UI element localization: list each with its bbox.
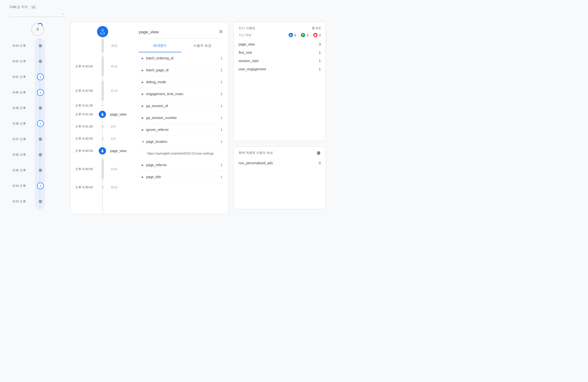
minute-row[interactable]: 9:39 오후 bbox=[13, 100, 66, 116]
parameter-row[interactable]: ▶page_title1 bbox=[139, 171, 224, 183]
minute-row[interactable]: 9:43 오후 bbox=[13, 38, 66, 53]
touch-event-icon[interactable] bbox=[99, 111, 106, 118]
history-icon bbox=[316, 151, 321, 156]
stream-segment: 오후 9:42:0051초 bbox=[71, 79, 134, 103]
minute-row[interactable]: 9:34 오후3 bbox=[13, 178, 66, 194]
parameter-name: debug_mode bbox=[146, 80, 221, 84]
parameter-count: 1 bbox=[221, 56, 223, 60]
device-dropdown[interactable] bbox=[10, 11, 66, 17]
stream-gap-bar bbox=[101, 81, 104, 101]
parameter-name: batch_ordering_id bbox=[146, 56, 221, 60]
top-event-name: user_engagement bbox=[239, 67, 266, 71]
parameter-count: 1 bbox=[221, 175, 223, 179]
minute-dot bbox=[39, 44, 42, 47]
minute-dot bbox=[39, 137, 42, 141]
minute-label: 9:41 오후 bbox=[13, 75, 36, 79]
parameter-row[interactable]: ▶batch_ordering_id1 bbox=[139, 52, 224, 64]
minute-label: 9:36 오후 bbox=[13, 153, 36, 157]
top-event-count: 1 bbox=[319, 51, 321, 54]
flag-icon bbox=[301, 33, 305, 37]
top-event-row[interactable]: page_view3 bbox=[239, 40, 321, 48]
caret-right-icon: ▶ bbox=[142, 164, 144, 166]
top-event-row[interactable]: user_engagement1 bbox=[239, 65, 321, 73]
stream-segment: 오후 9:40:0054초 bbox=[71, 157, 134, 181]
parameter-row[interactable]: ▶ga_session_number1 bbox=[139, 112, 224, 124]
caret-right-icon: ▶ bbox=[142, 105, 144, 107]
tab-parameters[interactable]: 매개변수 bbox=[139, 40, 181, 52]
stream-segment: 39초 bbox=[71, 37, 134, 54]
parameter-row[interactable]: ▶batch_page_id1 bbox=[139, 64, 224, 76]
stream-event-label[interactable]: page_view bbox=[110, 112, 126, 116]
touch-event-icon[interactable] bbox=[99, 147, 106, 155]
parameter-row[interactable]: ▶ga_session_id1 bbox=[139, 100, 224, 112]
minute-label: 9:35 오후 bbox=[13, 168, 36, 173]
chevron-down-icon bbox=[62, 13, 65, 16]
parameter-row[interactable]: ▶ignore_referrer1 bbox=[139, 124, 224, 136]
minute-row[interactable]: 9:33 오후 bbox=[13, 194, 66, 209]
stream-time: 오후 9:41:00 bbox=[75, 124, 93, 129]
stream-gap-label: 8초 bbox=[111, 124, 116, 129]
debug-devices-count: 0 bbox=[30, 5, 37, 9]
minute-row[interactable]: 9:38 오후1 bbox=[13, 116, 66, 131]
caret-right-icon: ▶ bbox=[142, 57, 144, 60]
user-property-row[interactable]: non_personalized_ads0 bbox=[239, 159, 321, 167]
caret-right-icon: ▶ bbox=[142, 116, 144, 119]
error-icon bbox=[313, 33, 317, 37]
top-events-subtitle: 지난 30분 bbox=[239, 33, 252, 37]
stream-segment: 오후 9:41:08page_view bbox=[71, 108, 134, 120]
minute-label: 9:34 오후 bbox=[13, 184, 36, 188]
stream-time: 오후 9:39:00 bbox=[75, 185, 93, 190]
stream-event-label[interactable]: page_view bbox=[110, 149, 126, 153]
event-detail-panel: page_view 매개변수 사용자 속성 ▶batch_ordering_id… bbox=[134, 22, 228, 214]
stream-time: 오후 9:42:00 bbox=[75, 89, 93, 93]
history-button[interactable] bbox=[316, 151, 321, 156]
minute-event-count: 1 bbox=[37, 89, 44, 96]
stream-time: 오후 9:43:00 bbox=[75, 64, 93, 69]
parameter-value: https://springfall.cc/article/2025-01/ma… bbox=[139, 148, 224, 159]
stream-gap-bar bbox=[101, 186, 104, 189]
parameter-count: 1 bbox=[221, 104, 223, 108]
minute-row[interactable]: 9:40 오후1 bbox=[13, 85, 66, 100]
top-event-row[interactable]: first_visit1 bbox=[239, 48, 321, 57]
minute-label: 9:42 오후 bbox=[13, 59, 36, 64]
top-event-name: first_visit bbox=[239, 51, 252, 54]
minute-dot bbox=[39, 169, 42, 172]
close-button[interactable] bbox=[218, 29, 224, 35]
stream-time: 오후 9:41:08 bbox=[75, 112, 93, 116]
live-events-ring: 0 bbox=[31, 23, 44, 36]
parameter-count: 1 bbox=[221, 68, 223, 72]
parameter-row[interactable]: ▼page_location1 bbox=[139, 136, 224, 148]
stream-gap-bar bbox=[101, 105, 104, 106]
parameter-row[interactable]: ▶engagement_time_msec1 bbox=[139, 88, 224, 100]
stream-segment: 오후 9:41:008초 bbox=[71, 120, 134, 133]
parameter-row[interactable]: ▶page_referrer1 bbox=[139, 159, 224, 171]
minute-label: 9:33 오후 bbox=[13, 199, 36, 204]
head-label: 신규 bbox=[100, 32, 105, 35]
top-event-row[interactable]: session_start1 bbox=[239, 57, 321, 65]
top-event-name: page_view bbox=[239, 42, 255, 46]
top-events-title: 인기 이벤트 bbox=[239, 26, 255, 30]
parameter-row[interactable]: ▶debug_mode1 bbox=[139, 76, 224, 88]
stream-gap-label: 60초 bbox=[111, 64, 117, 69]
touch-count: 6 bbox=[294, 33, 296, 37]
minute-label: 9:39 오후 bbox=[13, 106, 36, 110]
event-stream-card: 0 신규 39초오후 9:43:0060초오후 9:42:0051초오후 9:4… bbox=[70, 22, 229, 214]
stream-segment: 오후 9:41:09 bbox=[71, 103, 134, 108]
top-events-list: page_view3first_visit1session_start1user… bbox=[239, 40, 321, 73]
tab-user-properties[interactable]: 사용자 속성 bbox=[181, 40, 224, 52]
stream-time: 오후 9:41:09 bbox=[75, 103, 93, 108]
minute-row[interactable]: 9:42 오후 bbox=[13, 53, 66, 69]
parameter-count: 1 bbox=[221, 92, 223, 96]
user-properties-title: 현재 적용된 사용자 속성 bbox=[239, 151, 273, 156]
minute-row[interactable]: 9:37 오후 bbox=[13, 131, 66, 147]
caret-right-icon: ▶ bbox=[142, 176, 144, 178]
parameter-count: 1 bbox=[221, 116, 223, 120]
parameter-name: ga_session_id bbox=[146, 104, 221, 108]
minute-row[interactable]: 9:36 오후 bbox=[13, 147, 66, 162]
event-stream-timeline: 0 신규 39초오후 9:43:0060초오후 9:42:0051초오후 9:4… bbox=[71, 22, 134, 214]
event-type-badges: 6 | 0 | 0 bbox=[289, 33, 321, 37]
minute-row[interactable]: 9:41 오후1 bbox=[13, 69, 66, 85]
minute-row[interactable]: 9:35 오후 bbox=[13, 162, 66, 178]
parameter-list: ▶batch_ordering_id1▶batch_page_id1▶debug… bbox=[139, 52, 224, 183]
left-timeline-column: 디버그 기기 0 0 9:43 오후9:42 오후9:41 오후19:40 오후… bbox=[0, 0, 70, 214]
